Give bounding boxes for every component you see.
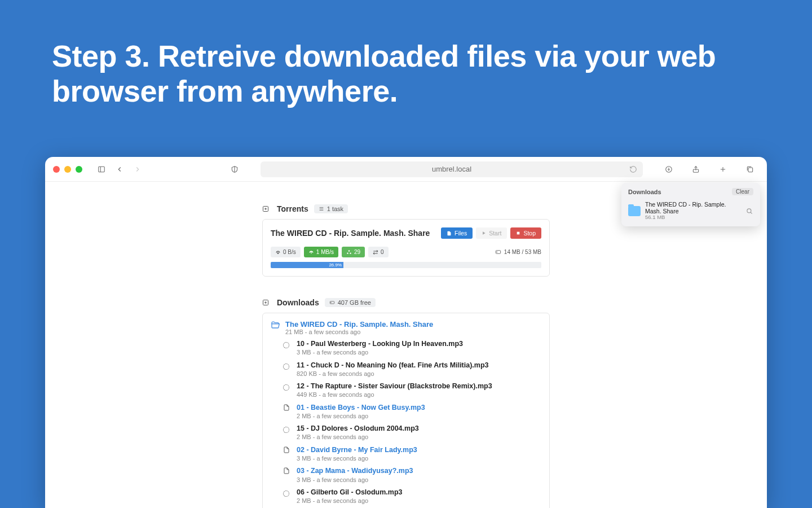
sidebar-toggle-button[interactable] — [95, 163, 108, 176]
url-text: umbrel.local — [432, 165, 471, 173]
folder-name: The WIRED CD - Rip. Sample. Mash. Share — [285, 320, 433, 329]
svg-rect-7 — [748, 168, 753, 172]
forward-button[interactable] — [131, 163, 144, 176]
downloads-heading: Downloads — [277, 298, 319, 307]
peers-stat: 29 — [342, 247, 365, 257]
expand-icon[interactable] — [262, 205, 269, 212]
file-name: 06 - Gilberto Gil - Oslodum.mp3 — [297, 488, 403, 497]
ratio-stat: 0 — [368, 247, 389, 257]
downloads-button[interactable] — [662, 163, 676, 176]
download-speed-stat: 0 B/s — [271, 247, 301, 257]
files-button[interactable]: Files — [441, 227, 473, 239]
loading-icon — [283, 340, 291, 351]
start-button[interactable]: Start — [476, 227, 507, 239]
file-name[interactable]: 03 - Zap Mama - Wadidyusay?.mp3 — [297, 466, 413, 475]
folder-open-icon — [271, 320, 280, 335]
expand-icon[interactable] — [262, 299, 269, 306]
file-meta: 449 KB - a few seconds ago — [297, 391, 492, 398]
file-icon — [283, 467, 291, 474]
file-meta: 3 MB - a few seconds ago — [297, 476, 413, 484]
file-row[interactable]: 01 - Beastie Boys - Now Get Busy.mp32 MB… — [283, 403, 541, 421]
file-name: 10 - Paul Westerberg - Looking Up In Hea… — [297, 339, 463, 348]
refresh-button[interactable] — [629, 165, 637, 173]
torrent-title: The WIRED CD - Rip. Sample. Mash. Share — [271, 229, 430, 238]
browser-toolbar: umbrel.local — [45, 157, 767, 182]
torrent-card: The WIRED CD - Rip. Sample. Mash. Share … — [262, 219, 550, 277]
stop-button[interactable]: Stop — [510, 227, 541, 239]
close-window-button[interactable] — [53, 166, 60, 173]
file-icon — [283, 404, 291, 411]
shield-icon[interactable] — [228, 163, 241, 176]
upload-speed-stat: 1 MB/s — [304, 247, 338, 257]
window-controls — [53, 166, 82, 173]
folder-row[interactable]: The WIRED CD - Rip. Sample. Mash. Share … — [271, 320, 541, 335]
file-meta: 820 KB - a few seconds ago — [297, 370, 489, 378]
file-row: 06 - Gilberto Gil - Oslodum.mp32 MB - a … — [283, 488, 541, 505]
size-stat: 14 MB / 53 MB — [495, 249, 541, 255]
svg-point-25 — [497, 252, 497, 252]
share-button[interactable] — [689, 163, 703, 176]
file-name[interactable]: 02 - David Byrne - My Fair Lady.mp3 — [297, 445, 417, 454]
file-row[interactable]: 02 - David Byrne - My Fair Lady.mp33 MB … — [283, 445, 541, 463]
file-meta: 2 MB - a few seconds ago — [297, 433, 419, 441]
loading-icon — [283, 489, 291, 499]
new-tab-button[interactable] — [716, 163, 730, 176]
loading-icon — [283, 383, 291, 393]
file-name[interactable]: 01 - Beastie Boys - Now Get Busy.mp3 — [297, 403, 425, 412]
svg-rect-0 — [99, 167, 105, 172]
loading-icon — [283, 362, 291, 372]
browser-window: umbrel.local Downloads Clear — [45, 157, 767, 508]
file-row: 11 - Chuck D - No Meaning No (feat. Fine… — [283, 361, 541, 378]
svg-marker-16 — [483, 231, 486, 234]
file-meta: 3 MB - a few seconds ago — [297, 454, 417, 462]
file-meta: 2 MB - a few seconds ago — [297, 497, 403, 505]
file-name: 15 - DJ Dolores - Oslodum 2004.mp3 — [297, 424, 419, 433]
task-count-badge: 1 task — [314, 204, 348, 213]
disk-free-badge: 407 GB free — [325, 298, 376, 307]
torrents-heading: Torrents — [277, 204, 308, 213]
progress-fill: 26.9% — [271, 262, 343, 268]
svg-rect-17 — [517, 232, 520, 235]
file-row: 12 - The Rapture - Sister Saviour (Black… — [283, 382, 541, 399]
svg-point-30 — [330, 303, 331, 303]
file-row: 15 - DJ Dolores - Oslodum 2004.mp32 MB -… — [283, 424, 541, 441]
tabs-overview-button[interactable] — [743, 163, 757, 176]
hero-heading: Step 3. Retreive downloaded files via yo… — [0, 0, 812, 122]
address-bar[interactable]: umbrel.local — [261, 161, 643, 177]
file-row: 10 - Paul Westerberg - Looking Up In Hea… — [283, 339, 541, 357]
folder-meta: 21 MB - a few seconds ago — [285, 329, 433, 335]
back-button[interactable] — [113, 163, 126, 176]
downloads-card: The WIRED CD - Rip. Sample. Mash. Share … — [262, 313, 550, 508]
file-meta: 2 MB - a few seconds ago — [297, 412, 425, 420]
progress-bar: 26.9% — [271, 262, 541, 268]
svg-point-22 — [350, 252, 351, 254]
maximize-window-button[interactable] — [76, 166, 82, 173]
file-icon — [283, 446, 291, 453]
file-row[interactable]: 03 - Zap Mama - Wadidyusay?.mp33 MB - a … — [283, 466, 541, 484]
svg-point-20 — [348, 250, 350, 252]
file-meta: 3 MB - a few seconds ago — [297, 348, 463, 356]
svg-point-21 — [347, 252, 348, 254]
loading-icon — [283, 425, 291, 435]
file-name: 12 - The Rapture - Sister Saviour (Black… — [297, 382, 492, 391]
file-name: 11 - Chuck D - No Meaning No (feat. Fine… — [297, 361, 489, 370]
minimize-window-button[interactable] — [64, 166, 71, 173]
